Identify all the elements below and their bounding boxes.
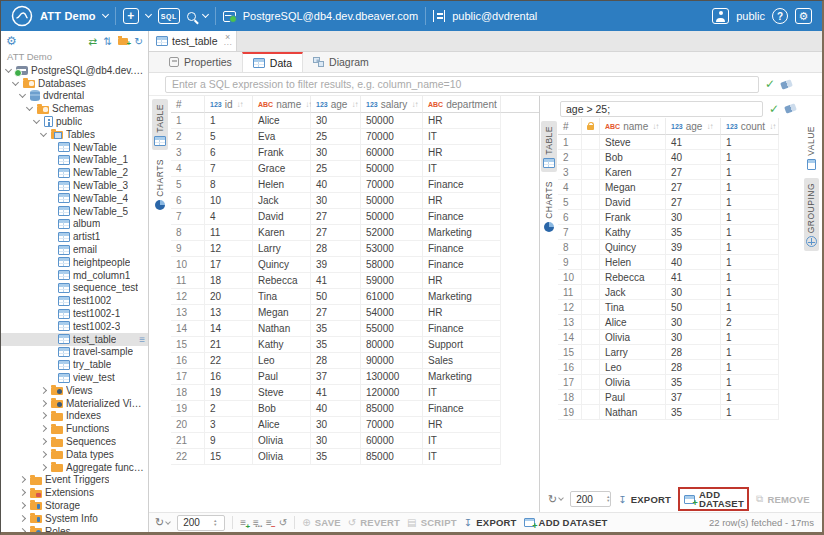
tree-item-email[interactable]: email bbox=[1, 243, 148, 256]
cell[interactable]: Olivia bbox=[600, 375, 666, 390]
cell[interactable]: 13 bbox=[205, 305, 253, 321]
tree-item-data-types[interactable]: Data types bbox=[1, 448, 148, 461]
cell[interactable]: Frank bbox=[600, 210, 666, 225]
lock-cell[interactable] bbox=[582, 390, 600, 405]
save-button[interactable]: ⊕ SAVE bbox=[302, 517, 341, 528]
lock-cell[interactable] bbox=[582, 195, 600, 210]
table-row[interactable]: 8Quincy391 bbox=[558, 240, 780, 255]
cell[interactable]: Finance bbox=[423, 401, 501, 417]
row-number[interactable]: 7 bbox=[171, 209, 205, 225]
row-number[interactable]: 7 bbox=[558, 225, 582, 240]
cell[interactable]: Megan bbox=[253, 305, 311, 321]
row-number[interactable]: 17 bbox=[171, 369, 205, 385]
cell[interactable]: 1 bbox=[721, 195, 779, 210]
cell[interactable]: 70000 bbox=[361, 417, 423, 433]
tree-item-newtable-3[interactable]: NewTable_3 bbox=[1, 179, 148, 192]
cell[interactable]: 27 bbox=[311, 305, 361, 321]
column-header-age[interactable]: 123age↓↑ bbox=[666, 118, 721, 135]
table-row[interactable]: 3Karen271 bbox=[558, 165, 780, 180]
tree-item-schemas[interactable]: Schemas bbox=[1, 102, 148, 115]
refresh-button[interactable]: ↻ bbox=[155, 516, 170, 529]
cell[interactable]: 85000 bbox=[361, 401, 423, 417]
table-row[interactable]: 13Alice302 bbox=[558, 315, 780, 330]
table-row[interactable]: 1521Kathy3580000Support bbox=[171, 337, 539, 353]
row-number[interactable]: 8 bbox=[558, 240, 582, 255]
cell[interactable]: 30 bbox=[666, 285, 721, 300]
cell[interactable]: 90000 bbox=[361, 353, 423, 369]
cell[interactable]: 4 bbox=[205, 209, 253, 225]
tree-toggle-icon[interactable] bbox=[32, 120, 41, 123]
tree-item-functions[interactable]: Functions bbox=[1, 422, 148, 435]
tree-toggle-icon[interactable] bbox=[11, 82, 20, 85]
cell[interactable]: 50 bbox=[311, 289, 361, 305]
lock-cell[interactable] bbox=[582, 285, 600, 300]
cell[interactable]: 41 bbox=[311, 385, 361, 401]
cell[interactable]: 17 bbox=[205, 257, 253, 273]
lock-cell[interactable] bbox=[582, 135, 600, 150]
cell[interactable]: 2 bbox=[721, 315, 779, 330]
cell[interactable]: 1 bbox=[721, 180, 779, 195]
lock-cell[interactable] bbox=[582, 360, 600, 375]
cell[interactable]: Tina bbox=[253, 289, 311, 305]
workspace-selector[interactable]: ATT Demo bbox=[40, 10, 96, 22]
cell[interactable]: 1 bbox=[721, 345, 779, 360]
cell[interactable]: 39 bbox=[311, 257, 361, 273]
search-tools-icon[interactable] bbox=[187, 12, 196, 21]
table-row[interactable]: 1313Megan2754000HR bbox=[171, 305, 539, 321]
row-number[interactable]: 18 bbox=[558, 390, 582, 405]
tree-item-system-info[interactable]: System Info bbox=[1, 512, 148, 525]
row-number[interactable]: 4 bbox=[171, 161, 205, 177]
tree-toggle-icon[interactable] bbox=[18, 516, 27, 521]
apply-grouping-filter-icon[interactable]: ✓ bbox=[769, 103, 779, 115]
tree-toggle-icon[interactable] bbox=[18, 94, 27, 97]
cell[interactable]: Bob bbox=[600, 150, 666, 165]
cell[interactable]: 28 bbox=[666, 360, 721, 375]
row-number[interactable]: 5 bbox=[558, 195, 582, 210]
settings-button[interactable]: ⚙ bbox=[795, 8, 812, 24]
cell[interactable]: 35 bbox=[666, 225, 721, 240]
cell[interactable]: 30 bbox=[311, 145, 361, 161]
grouping-export-button[interactable]: ↧ EXPORT bbox=[618, 494, 671, 505]
table-row[interactable]: 16Leo281 bbox=[558, 360, 780, 375]
cell[interactable]: 20 bbox=[205, 289, 253, 305]
cell[interactable]: 41 bbox=[666, 270, 721, 285]
cell[interactable]: 1 bbox=[721, 225, 779, 240]
tree-toggle-icon[interactable] bbox=[25, 107, 34, 110]
table-row[interactable]: 6Frank301 bbox=[558, 210, 780, 225]
table-row[interactable]: 610Jack3050000HR bbox=[171, 193, 539, 209]
cell[interactable]: 35 bbox=[311, 337, 361, 353]
table-row[interactable]: 9Helen401 bbox=[558, 255, 780, 270]
cell[interactable]: 8 bbox=[205, 177, 253, 193]
cell[interactable]: Kathy bbox=[253, 337, 311, 353]
cell[interactable]: Leo bbox=[600, 360, 666, 375]
cell[interactable]: 58000 bbox=[361, 257, 423, 273]
column-header-department[interactable]: ABCdepartment↓↑ bbox=[423, 96, 501, 113]
table-row[interactable]: 12Tina501 bbox=[558, 300, 780, 315]
cell[interactable]: Steve bbox=[253, 385, 311, 401]
row-number[interactable]: 9 bbox=[171, 241, 205, 257]
tab-data[interactable]: Data bbox=[242, 52, 303, 72]
cell[interactable]: 5 bbox=[205, 129, 253, 145]
tree-item-newtable-2[interactable]: NewTable_2 bbox=[1, 166, 148, 179]
connection-selector[interactable]: PostgreSQL@db4.dev.dbeaver.com bbox=[243, 10, 418, 22]
tab-grouping-charts-view[interactable]: CHARTS bbox=[542, 176, 556, 236]
cell[interactable]: 3 bbox=[205, 417, 253, 433]
tree-item-test1002-3[interactable]: test1002-3 bbox=[1, 320, 148, 333]
cell[interactable]: 30 bbox=[666, 330, 721, 345]
tree-item-heightpeople[interactable]: heightpeople bbox=[1, 256, 148, 269]
table-row[interactable]: 10Rebecca411 bbox=[558, 270, 780, 285]
cell[interactable]: 1 bbox=[721, 135, 779, 150]
cell[interactable]: 61000 bbox=[361, 289, 423, 305]
column-header-id[interactable]: 123id↓↑ bbox=[205, 96, 253, 113]
tree-item-test-table[interactable]: test_table≡ bbox=[1, 333, 148, 346]
cell[interactable]: 50000 bbox=[361, 161, 423, 177]
cell[interactable]: 11 bbox=[205, 225, 253, 241]
cell[interactable]: Frank bbox=[253, 145, 311, 161]
user-avatar-icon[interactable] bbox=[712, 8, 729, 24]
cell[interactable]: 40 bbox=[666, 150, 721, 165]
tree-toggle-icon[interactable] bbox=[39, 439, 48, 444]
cell[interactable]: 7 bbox=[205, 161, 253, 177]
revert-button[interactable]: ↺ REVERT bbox=[348, 517, 400, 528]
tree-toggle-icon[interactable] bbox=[39, 413, 48, 418]
cell[interactable]: Rebecca bbox=[253, 273, 311, 289]
